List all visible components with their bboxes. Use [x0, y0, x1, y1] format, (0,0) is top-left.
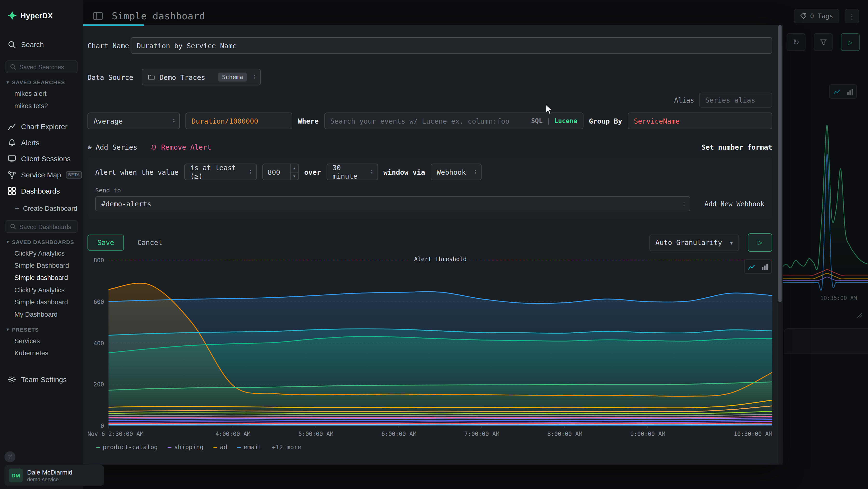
saved-search-item[interactable]: mikes tets2: [0, 100, 83, 112]
preset-item[interactable]: Services: [0, 335, 83, 347]
aggregation-select[interactable]: Average ▴▾: [88, 113, 180, 129]
sidebar-item-service-map[interactable]: Service Map BETA: [0, 167, 83, 183]
aggregation-field-input[interactable]: [185, 113, 292, 129]
group-by-label: Group By: [589, 117, 622, 125]
saved-searches-section-header[interactable]: ▾ SAVED SEARCHES: [0, 73, 83, 88]
webhook-select[interactable]: #demo-alerts ▴▾: [95, 196, 690, 211]
help-button[interactable]: ?: [4, 451, 16, 462]
saved-dashboard-item[interactable]: ClickPy Analytics: [0, 284, 83, 296]
x-axis-label: 5:00:00 AM: [299, 430, 334, 437]
nav-label: Search: [21, 40, 44, 49]
bar-chart-icon[interactable]: [758, 260, 771, 273]
series-alias-input[interactable]: [699, 93, 772, 108]
chart-legend: —product-catalog—shipping—ad—email+12 mo…: [96, 443, 772, 451]
preset-item[interactable]: Kubernetes: [0, 347, 83, 359]
nav-label: Service Map: [21, 171, 61, 179]
dashboards-icon: [8, 187, 16, 195]
legend-item[interactable]: —product-catalog: [96, 443, 158, 451]
alert-channel-select[interactable]: Webhook ▴▾: [431, 164, 482, 180]
nav-label: Client Sessions: [21, 155, 71, 163]
sidebar-item-alerts[interactable]: Alerts: [0, 135, 83, 151]
alert-config-card: Alert when the value is at least (≥) ▴▾ …: [88, 157, 772, 219]
line-chart-icon[interactable]: [745, 260, 758, 273]
data-source-label: Data Source: [88, 73, 142, 81]
chevron-up-down-icon: ▴▾: [173, 118, 175, 123]
granularity-select[interactable]: Auto Granularity ▼: [649, 234, 739, 251]
scrollbar-thumb[interactable]: [778, 25, 782, 302]
saved-dashboard-item[interactable]: Simple dashboard: [0, 296, 83, 309]
x-axis-label: 8:00:00 AM: [547, 430, 582, 437]
remove-alert-button[interactable]: Remove Alert: [151, 143, 211, 151]
sidebar-item-team-settings[interactable]: Team Settings: [0, 371, 83, 387]
legend-item[interactable]: —ad: [213, 443, 227, 451]
alert-condition-select[interactable]: is at least (≥) ▴▾: [184, 164, 256, 180]
circle-plus-icon: ⊕: [88, 143, 92, 151]
bell-icon: [8, 139, 16, 147]
chart-name-label: Chart Name: [88, 41, 131, 50]
chevron-up-down-icon: ▴▾: [371, 169, 373, 175]
schema-badge[interactable]: Schema: [218, 73, 247, 82]
saved-dashboards-section-header[interactable]: ▾ SAVED DASHBOARDS: [0, 233, 83, 248]
chevron-down-icon: ▾: [7, 327, 9, 332]
nav-label: Team Settings: [21, 375, 66, 383]
run-chart-button[interactable]: ▷: [748, 233, 772, 252]
sql-toggle[interactable]: SQL: [531, 117, 543, 125]
set-number-format-button[interactable]: Set number format: [702, 143, 772, 151]
brand-name: HyperDX: [21, 11, 53, 20]
add-new-webhook-button[interactable]: Add New Webhook: [705, 200, 765, 207]
create-dashboard-button[interactable]: + Create Dashboard: [0, 199, 83, 212]
legend-item[interactable]: —shipping: [168, 443, 204, 451]
x-axis-label: Nov 6 2:30:00 AM: [88, 430, 144, 437]
search-icon: [10, 224, 16, 230]
group-by-input[interactable]: [628, 113, 772, 129]
brand-logo-row[interactable]: HyperDX: [0, 0, 83, 20]
over-label: over: [304, 168, 321, 176]
chevron-down-icon: ▼: [730, 240, 733, 245]
plus-icon: +: [15, 204, 19, 212]
beta-badge: BETA: [66, 171, 82, 179]
x-axis-label: 7:00:00 AM: [464, 430, 499, 437]
lucene-toggle[interactable]: Lucene: [554, 117, 577, 125]
saved-searches-input[interactable]: Saved Searches: [5, 60, 78, 73]
save-button[interactable]: Save: [88, 235, 124, 251]
sidebar-item-search[interactable]: Search: [0, 37, 83, 53]
x-axis-label: 4:00:00 AM: [216, 430, 250, 437]
stepper-up-icon[interactable]: ▲: [290, 164, 298, 172]
main-content: Simple dashboard 0 Tags ⋮ ↻ ▷ 10:35:00 A…: [83, 0, 868, 489]
chart-name-input[interactable]: [131, 37, 772, 54]
nav-label: Dashboards: [21, 187, 60, 195]
chevron-down-icon: ▾: [7, 80, 9, 85]
stepper-down-icon[interactable]: ▼: [290, 172, 298, 179]
sidebar-item-client-sessions[interactable]: Client Sessions: [0, 151, 83, 167]
alert-threshold-input[interactable]: [262, 164, 285, 179]
y-axis-label: 0: [100, 422, 104, 429]
saved-search-item[interactable]: mikes alert: [0, 88, 83, 100]
app-root: HyperDX Search Saved Searches ▾ SAVED SE…: [0, 0, 868, 489]
legend-item[interactable]: —email: [237, 443, 262, 451]
y-axis: 0200400600800: [88, 259, 108, 429]
saved-dashboard-item-active[interactable]: Simple dashboard: [0, 272, 83, 284]
legend-more[interactable]: +12 more: [272, 443, 301, 451]
saved-dashboard-item[interactable]: My Dashboard: [0, 308, 83, 320]
chevron-up-down-icon: ▴▾: [474, 169, 477, 175]
y-axis-label: 400: [94, 340, 104, 346]
user-menu[interactable]: DM Dale McDiarmid demo-service -: [4, 465, 104, 486]
data-source-select[interactable]: Demo Traces Schema ▴▾: [142, 69, 261, 85]
alert-threshold-input-wrap: ▲▼: [262, 164, 299, 180]
cancel-button[interactable]: Cancel: [137, 238, 162, 247]
alias-label: Alias: [674, 96, 694, 104]
saved-dashboards-placeholder: Saved Dashboards: [19, 223, 71, 230]
alert-window-select[interactable]: 30 minute ▴▾: [327, 164, 378, 180]
x-axis-label: 10:30:00 AM: [734, 430, 772, 437]
saved-dashboard-item[interactable]: ClickPy Analytics: [0, 248, 83, 260]
sidebar: HyperDX Search Saved Searches ▾ SAVED SE…: [0, 0, 83, 489]
add-series-button[interactable]: ⊕ Add Series: [88, 143, 137, 151]
where-search-input[interactable]: [330, 117, 527, 125]
sidebar-item-dashboards[interactable]: Dashboards: [0, 183, 83, 199]
x-axis-label: 9:00:00 AM: [630, 430, 665, 437]
nav-label: Chart Explorer: [21, 123, 67, 131]
saved-dashboards-input[interactable]: Saved Dashboards: [5, 220, 78, 233]
sidebar-item-chart-explorer[interactable]: Chart Explorer: [0, 119, 83, 135]
saved-dashboard-item[interactable]: Simple Dashboard: [0, 259, 83, 272]
presets-section-header[interactable]: ▾ PRESETS: [0, 320, 83, 335]
